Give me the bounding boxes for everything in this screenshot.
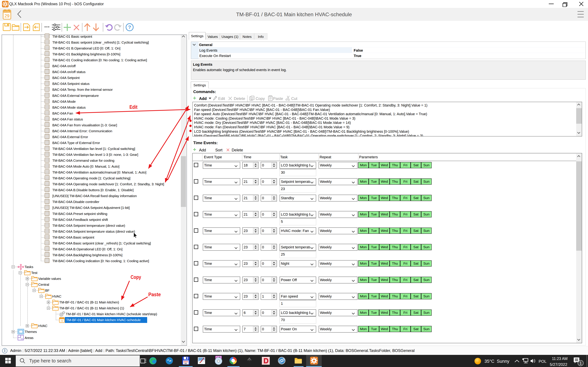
svg-text:Edit: Edit	[130, 104, 138, 110]
svg-text:Copy: Copy	[130, 274, 141, 280]
svg-text:Paste: Paste	[148, 292, 161, 297]
